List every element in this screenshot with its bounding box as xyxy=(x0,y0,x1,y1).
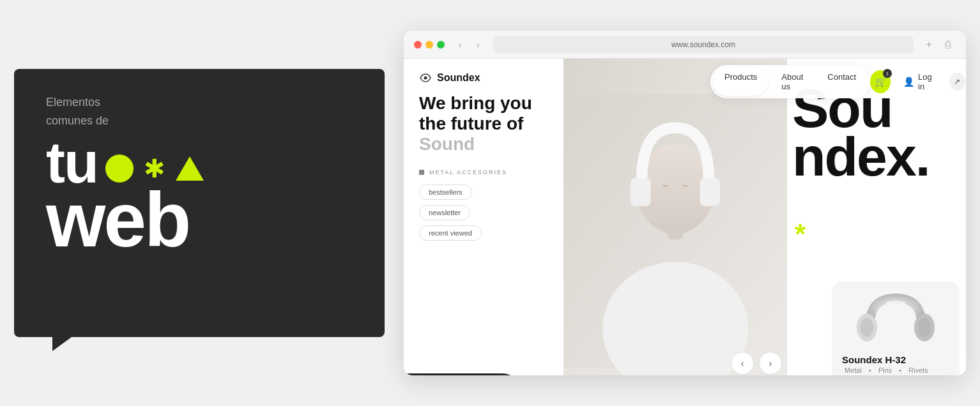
login-button[interactable]: 👤 Log in xyxy=(896,68,944,95)
forward-button[interactable]: › xyxy=(470,37,486,52)
left-panel: Elementos comunes de tu ✱ web xyxy=(14,69,385,337)
brand-icon xyxy=(419,71,432,84)
nav-arrow-button[interactable]: ↗ xyxy=(949,73,965,91)
product-nav: ‹ › xyxy=(731,352,782,375)
product-card: Soundex H-32 Metal • Pins • Rivets xyxy=(832,282,960,375)
prev-product-button[interactable]: ‹ xyxy=(731,352,754,375)
new-tab-button[interactable]: + xyxy=(921,37,937,52)
next-product-button[interactable]: › xyxy=(759,352,782,375)
subtitle-rivets: Rivets xyxy=(908,366,928,374)
browser-actions: + ⎙ xyxy=(921,37,956,52)
subtitle-metal: Metal xyxy=(845,366,862,374)
main-container: Elementos comunes de tu ✱ web ‹ › xyxy=(0,0,980,406)
svg-rect-6 xyxy=(700,178,721,206)
green-asterisk: * xyxy=(795,218,806,250)
hero-line1: We bring you xyxy=(419,93,548,114)
website-right: Products About us Contact 🛒 1 👤 Log xyxy=(787,59,966,375)
traffic-lights xyxy=(414,41,445,49)
traffic-light-green[interactable] xyxy=(437,41,445,49)
svg-point-8 xyxy=(861,318,873,337)
subtitle-line1: Elementos xyxy=(46,94,353,110)
browser-chrome: ‹ › www.soundex.com + ⎙ xyxy=(404,31,966,59)
website-content: Soundex We bring you the future of Sound… xyxy=(404,59,966,375)
tag-recent[interactable]: recent viewed xyxy=(419,225,482,241)
svg-point-10 xyxy=(918,318,931,337)
share-button[interactable]: ⎙ xyxy=(940,37,956,52)
model-illustration xyxy=(563,59,787,375)
metal-label: METAL ACCESORIES xyxy=(419,169,548,176)
nav-right: 🛒 1 👤 Log in ↗ xyxy=(870,68,965,95)
cta-button[interactable]: See all products › xyxy=(404,373,522,375)
traffic-light-red[interactable] xyxy=(414,41,422,49)
back-button[interactable]: ‹ xyxy=(452,37,468,52)
login-label: Log in xyxy=(918,72,937,91)
cart-badge: 1 xyxy=(883,69,892,78)
website-left: Soundex We bring you the future of Sound… xyxy=(404,59,563,375)
subtitle-pins: Pins xyxy=(878,366,892,374)
subtitle: Elementos comunes de xyxy=(46,94,353,132)
hero-text: We bring you the future of Sound xyxy=(419,93,548,155)
dot1: • xyxy=(869,366,871,374)
nav-contact[interactable]: Contact xyxy=(816,68,868,96)
headphones-product-image xyxy=(848,292,944,349)
center-image xyxy=(563,59,787,375)
traffic-light-yellow[interactable] xyxy=(425,41,433,49)
hero-line2: the future of xyxy=(419,114,548,134)
tag-list: bestsellers newsletter recent viewed xyxy=(419,184,548,241)
tag-newsletter[interactable]: newsletter xyxy=(419,205,470,220)
brand-name: Soundex xyxy=(437,72,480,84)
nav-about[interactable]: About us xyxy=(770,68,815,96)
brand: Soundex xyxy=(419,71,548,84)
url-text: www.soundex.com xyxy=(671,40,735,49)
content-area: Soundex We bring you the future of Sound… xyxy=(404,59,966,375)
svg-rect-5 xyxy=(631,178,651,206)
cart-icon: 🛒 xyxy=(875,77,886,87)
soundex-big-line2: ndex. xyxy=(792,133,930,181)
nav-products[interactable]: Products xyxy=(713,68,769,96)
nav-center: Products About us Contact xyxy=(710,65,870,98)
product-image xyxy=(842,292,949,349)
svg-point-0 xyxy=(424,77,427,80)
dot2: • xyxy=(899,366,901,374)
subtitle-line2: comunes de xyxy=(46,113,353,129)
product-title: Soundex H-32 xyxy=(842,354,949,365)
product-subtitle: Metal • Pins • Rivets xyxy=(842,366,949,374)
browser-nav: ‹ › xyxy=(452,37,486,52)
hero-line3: Sound xyxy=(419,134,548,154)
section-label-text: METAL ACCESORIES xyxy=(429,169,507,176)
address-bar[interactable]: www.soundex.com xyxy=(493,36,914,53)
tag-bestsellers[interactable]: bestsellers xyxy=(419,184,472,200)
browser-window: ‹ › www.soundex.com + ⎙ xyxy=(404,31,966,375)
cart-button[interactable]: 🛒 1 xyxy=(870,70,891,93)
user-icon: 👤 xyxy=(903,77,914,87)
main-title-web: web xyxy=(46,185,353,254)
